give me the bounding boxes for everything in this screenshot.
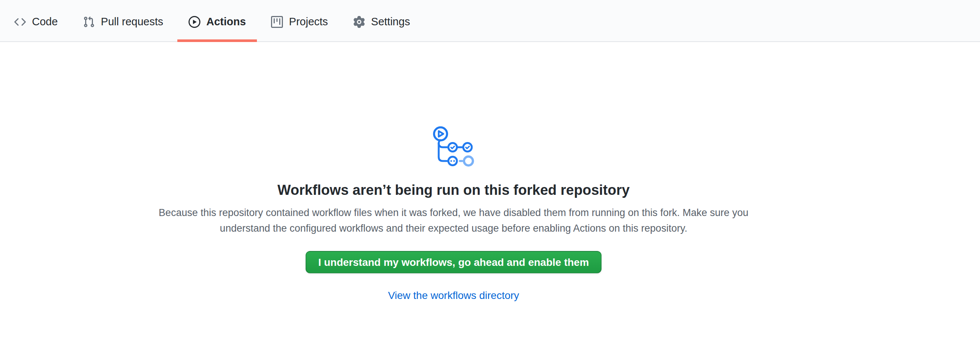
actions-page: Code Pull requests Actions Projects Sett… (0, 0, 980, 351)
view-workflows-directory-link[interactable]: View the workflows directory (388, 290, 519, 302)
git-pull-request-icon (83, 16, 95, 28)
code-icon (14, 16, 26, 28)
tab-settings-label: Settings (371, 16, 410, 27)
enable-workflows-button[interactable]: I understand my workflows, go ahead and … (305, 251, 601, 273)
gear-icon (353, 16, 365, 28)
workflow-graph-icon (431, 125, 477, 170)
actions-disabled-blankslate: Workflows aren’t being run on this forke… (0, 42, 907, 302)
disabled-workflows-description: Because this repository contained workfl… (151, 205, 757, 236)
play-icon (188, 16, 200, 28)
main-content: Workflows aren’t being run on this forke… (0, 42, 907, 302)
tab-projects[interactable]: Projects (260, 0, 339, 41)
repo-tab-bar: Code Pull requests Actions Projects Sett… (0, 0, 980, 42)
tab-actions[interactable]: Actions (177, 0, 257, 41)
tab-pull-requests-label: Pull requests (101, 16, 163, 27)
project-icon (271, 16, 283, 28)
tab-projects-label: Projects (289, 16, 328, 27)
tab-code-label: Code (32, 16, 57, 27)
tab-settings[interactable]: Settings (342, 0, 421, 41)
page-title: Workflows aren’t being run on this forke… (0, 181, 907, 199)
tab-pull-requests[interactable]: Pull requests (72, 0, 174, 41)
tab-actions-label: Actions (206, 16, 246, 27)
tab-code[interactable]: Code (3, 0, 69, 41)
